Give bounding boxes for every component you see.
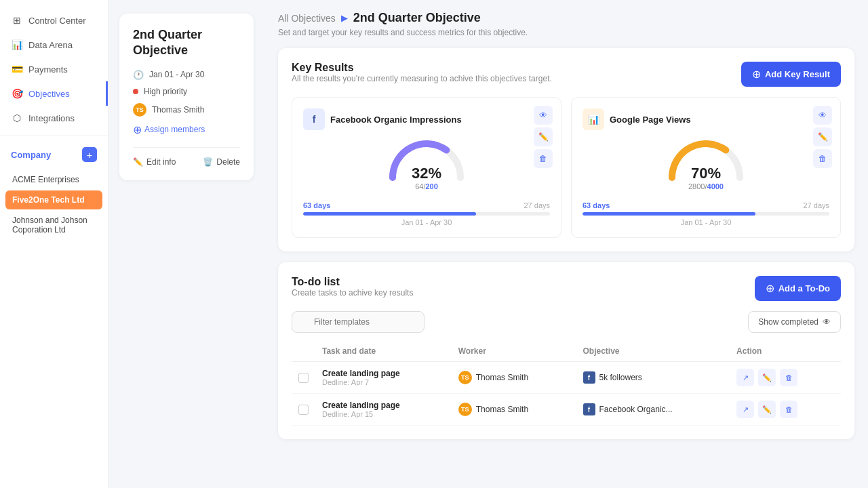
edit-info-button[interactable]: ✏️ Edit info [133, 157, 176, 167]
view-icon-facebook[interactable]: 👁 [534, 106, 553, 125]
progress-fill-google [583, 212, 755, 216]
gauge-fraction-facebook: 64/200 [415, 182, 438, 190]
obj-name-0: 5k followers [599, 373, 642, 382]
gauge-container-google: 70% 2800/4000 [583, 138, 829, 196]
todo-task-0: Create landing page Dedline: Apr 7 [315, 362, 452, 394]
assignee-avatar: TS [133, 103, 146, 117]
obj-icon-0: f [583, 371, 595, 384]
sidebar: ⊞Control Center📊Data Arena💳Payments🎯Obje… [0, 0, 108, 488]
gauge-container-facebook: 32% 64/200 [303, 138, 550, 196]
view-icon-google[interactable]: 👁 [813, 106, 832, 125]
objectives-icon: 🎯 [11, 87, 23, 100]
todo-actions-0: ↗ ✏️ 🗑 [730, 362, 841, 394]
right-panel: All Objectives ▶ 2nd Quarter Objective S… [264, 0, 868, 488]
progress-date-google: Jan 01 - Apr 30 [583, 218, 829, 226]
kr-card-facebook: f Facebook Organic Impressions 👁 ✏️ 🗑 32… [292, 97, 561, 238]
todo-col-0: Task and date [315, 341, 452, 362]
priority-dot [133, 89, 138, 94]
checkbox-0[interactable] [298, 373, 309, 383]
progress-fill-facebook [303, 212, 476, 216]
progress-labels-google: 63 days 27 days [583, 201, 829, 209]
worker-name-0: Thomas Smith [476, 373, 528, 382]
sidebar-item-integrations[interactable]: ⬡Integrations [0, 106, 108, 130]
breadcrumb-current: 2nd Quarter Objective [353, 11, 481, 25]
todo-objective-0: f 5k followers [576, 362, 730, 394]
payments-icon: 💳 [11, 63, 23, 75]
breadcrumb-parent[interactable]: All Objectives [278, 13, 336, 24]
company-item-five2one[interactable]: Five2One Tech Ltd [5, 190, 102, 209]
todo-edit-icon-0[interactable]: ✏️ [758, 369, 776, 386]
kr-actions-facebook: 👁 ✏️ 🗑 [534, 106, 553, 168]
kr-card-header-google: 📊 Google Page Views [583, 108, 829, 130]
clock-icon: 🕐 [133, 70, 144, 80]
progress-date-facebook: Jan 01 - Apr 30 [303, 218, 550, 226]
todo-worker-1: TS Thomas Smith [452, 394, 576, 426]
todo-table: Task and dateWorkerObjectiveAction Creat… [292, 341, 841, 426]
todo-title-block: To-do list Create tasks to achive key re… [292, 276, 413, 308]
add-company-button[interactable]: + [82, 147, 97, 162]
edit-icon-google[interactable]: ✏️ [813, 127, 832, 146]
worker-avatar-0: TS [458, 371, 472, 384]
delete-icon-google[interactable]: 🗑 [813, 149, 832, 168]
todo-checkbox-1[interactable] [292, 394, 315, 426]
plus-icon-todo: ⊕ [766, 282, 774, 295]
left-panel: 2nd Quarter Objective 🕐 Jan 01 - Apr 30 … [108, 0, 264, 488]
todo-checkbox-0[interactable] [292, 362, 315, 394]
company-item-johnson[interactable]: Johnson and Johson Coporation Ltd [5, 211, 102, 239]
obj-name-1: Facebook Organic... [599, 405, 673, 414]
objective-card: 2nd Quarter Objective 🕐 Jan 01 - Apr 30 … [119, 14, 254, 180]
progress-section-google: 63 days 27 days Jan 01 - Apr 30 [583, 201, 829, 226]
sidebar-item-data-arena[interactable]: 📊Data Arena [0, 33, 108, 57]
main-content: 2nd Quarter Objective 🕐 Jan 01 - Apr 30 … [108, 0, 868, 488]
gauge-facebook: 32% [386, 138, 467, 182]
show-completed-button[interactable]: Show completed 👁 [748, 311, 841, 333]
data-arena-icon: 📊 [11, 39, 23, 51]
days-elapsed-google: 63 days [583, 201, 610, 209]
todo-forward-icon-0[interactable]: ↗ [736, 369, 754, 386]
sidebar-item-control-center[interactable]: ⊞Control Center [0, 8, 108, 33]
edit-icon: ✏️ [133, 157, 143, 167]
days-remaining-facebook: 27 days [524, 201, 550, 209]
edit-icon-facebook[interactable]: ✏️ [534, 127, 553, 146]
filter-input[interactable] [292, 311, 425, 333]
eye-icon: 👁 [823, 317, 831, 327]
todo-edit-icon-1[interactable]: ✏️ [758, 401, 776, 418]
todo-title: To-do list [292, 276, 413, 288]
todo-delete-icon-1[interactable]: 🗑 [780, 401, 797, 418]
progress-bar-google [583, 212, 829, 216]
objective-meta: 🕐 Jan 01 - Apr 30 High priority TS Thoma… [133, 70, 240, 136]
add-todo-button[interactable]: ⊕ Add a To-Do [755, 276, 841, 301]
kr-icon-facebook: f [303, 108, 325, 130]
delete-button[interactable]: 🗑️ Delete [203, 157, 240, 167]
gauge-google: 70% [665, 138, 747, 182]
days-elapsed-facebook: 63 days [303, 201, 330, 209]
todo-forward-icon-1[interactable]: ↗ [736, 401, 754, 418]
sidebar-label-data-arena: Data Arena [28, 40, 73, 50]
control-center-icon: ⊞ [11, 14, 23, 26]
company-list: ACME EnterprisesFive2One Tech LtdJohnson… [0, 167, 108, 242]
gauge-percent-facebook: 32% [412, 165, 441, 182]
todo-delete-icon-0[interactable]: 🗑 [780, 369, 797, 386]
progress-section-facebook: 63 days 27 days Jan 01 - Apr 30 [303, 201, 550, 226]
assign-members-link[interactable]: ⊕ Assign members [133, 123, 240, 136]
todo-header: To-do list Create tasks to achive key re… [292, 276, 841, 308]
breadcrumb-arrow: ▶ [341, 13, 348, 23]
todo-col-check [292, 341, 315, 362]
sidebar-label-payments: Payments [28, 64, 68, 75]
company-section-label: Company [11, 150, 51, 160]
key-results-title: Key Results [292, 62, 552, 74]
sidebar-item-payments[interactable]: 💳Payments [0, 57, 108, 81]
todo-col-3: Action [730, 341, 841, 362]
key-results-title-block: Key Results All the results you're curre… [292, 62, 552, 94]
sidebar-item-objectives[interactable]: 🎯Objectives [0, 81, 108, 106]
integrations-icon: ⬡ [11, 112, 23, 124]
sidebar-label-control-center: Control Center [28, 16, 86, 26]
company-item-acme[interactable]: ACME Enterprises [5, 170, 102, 189]
progress-bar-facebook [303, 212, 550, 216]
days-remaining-google: 27 days [803, 201, 829, 209]
delete-icon-facebook[interactable]: 🗑 [534, 149, 553, 168]
key-results-grid: f Facebook Organic Impressions 👁 ✏️ 🗑 32… [292, 97, 841, 238]
checkbox-1[interactable] [298, 405, 309, 415]
add-key-result-button[interactable]: ⊕ Add Key Result [741, 62, 841, 87]
todo-actions-1: ↗ ✏️ 🗑 [730, 394, 841, 426]
